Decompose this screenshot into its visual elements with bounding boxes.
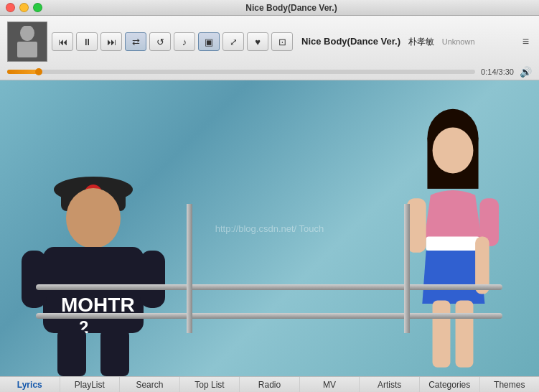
nav-item-radio[interactable]: Radio — [240, 377, 300, 392]
window-buttons — [6, 3, 42, 12]
window-title: Nice Body(Dance Ver.) — [50, 3, 533, 13]
fullscreen-button[interactable]: ⤢ — [222, 32, 244, 51]
right-controls: ≡ — [520, 32, 532, 51]
svg-rect-12 — [100, 330, 129, 376]
svg-rect-1 — [17, 42, 37, 57]
nav-item-artists[interactable]: Artists — [360, 377, 420, 392]
svg-rect-11 — [57, 330, 86, 376]
post-left — [187, 204, 192, 333]
svg-rect-9 — [22, 251, 47, 308]
svg-rect-17 — [433, 300, 451, 367]
railing — [36, 284, 502, 290]
progress-thumb — [35, 68, 42, 75]
person-right-figure — [395, 103, 510, 376]
maximize-button[interactable] — [33, 3, 42, 12]
minimize-button[interactable] — [19, 3, 29, 12]
download-button[interactable]: ⊡ — [271, 32, 293, 51]
svg-point-15 — [433, 128, 474, 174]
album-art — [7, 22, 47, 62]
title-bar: Nice Body(Dance Ver.) — [0, 0, 539, 16]
nav-item-themes[interactable]: Themes — [480, 377, 540, 392]
railing-lower — [36, 313, 502, 319]
shuffle-button[interactable]: ⇄ — [125, 32, 146, 51]
volume-icon[interactable]: 🔊 — [520, 66, 532, 78]
svg-rect-10 — [140, 251, 165, 308]
svg-rect-6 — [43, 247, 144, 333]
favorite-button[interactable]: ♥ — [247, 32, 268, 51]
time-display: 0:14/3:30 — [481, 67, 514, 76]
video-button[interactable]: ▣ — [198, 32, 220, 51]
nav-item-lyrics[interactable]: Lyrics — [0, 377, 60, 392]
svg-point-5 — [66, 188, 121, 248]
song-info: Nice Body(Dance Ver.) 朴孝敏 Unknown — [297, 36, 515, 48]
menu-button[interactable]: ≡ — [520, 32, 532, 51]
repeat-button[interactable]: ↺ — [149, 32, 171, 51]
next-button[interactable]: ⏭ — [100, 32, 122, 51]
controls-bar: ⏮ ⏸ ⏭ ⇄ ↺ ♪ ▣ ⤢ ♥ ⊡ Nice Body(Dance Ver.… — [0, 16, 539, 80]
nav-item-categories[interactable]: Categories — [420, 377, 480, 392]
nav-item-playlist[interactable]: PlayList — [60, 377, 121, 392]
prev-button[interactable]: ⏮ — [52, 32, 73, 51]
close-button[interactable] — [6, 3, 15, 12]
svg-rect-18 — [456, 300, 474, 367]
nav-item-search[interactable]: Search — [120, 377, 180, 392]
person-left-figure: MOHTR 2 — [22, 146, 165, 376]
nav-item-toplist[interactable]: Top List — [180, 377, 240, 392]
playback-row: ⏮ ⏸ ⏭ ⇄ ↺ ♪ ▣ ⤢ ♥ ⊡ — [52, 32, 293, 51]
video-area: MOHTR 2 http://blog.csdn.net/ — [0, 80, 539, 376]
song-title: Nice Body(Dance Ver.) 朴孝敏 Unknown — [301, 36, 511, 48]
svg-rect-16 — [426, 237, 480, 251]
control-buttons: ⏮ ⏸ ⏭ ⇄ ↺ ♪ ▣ ⤢ ♥ ⊡ — [52, 32, 293, 51]
bottom-nav: Lyrics PlayList Search Top List Radio MV… — [0, 376, 539, 392]
svg-point-0 — [20, 26, 34, 41]
progress-track[interactable] — [7, 70, 475, 74]
note-button[interactable]: ♪ — [174, 32, 195, 51]
svg-rect-19 — [407, 198, 426, 253]
progress-fill — [7, 70, 39, 74]
nav-item-mv[interactable]: MV — [300, 377, 360, 392]
post-right — [404, 204, 410, 333]
pause-button[interactable]: ⏸ — [76, 32, 98, 51]
progress-bar-container: 0:14/3:30 🔊 — [0, 65, 539, 80]
top-controls: ⏮ ⏸ ⏭ ⇄ ↺ ♪ ▣ ⤢ ♥ ⊡ Nice Body(Dance Ver.… — [0, 16, 539, 65]
